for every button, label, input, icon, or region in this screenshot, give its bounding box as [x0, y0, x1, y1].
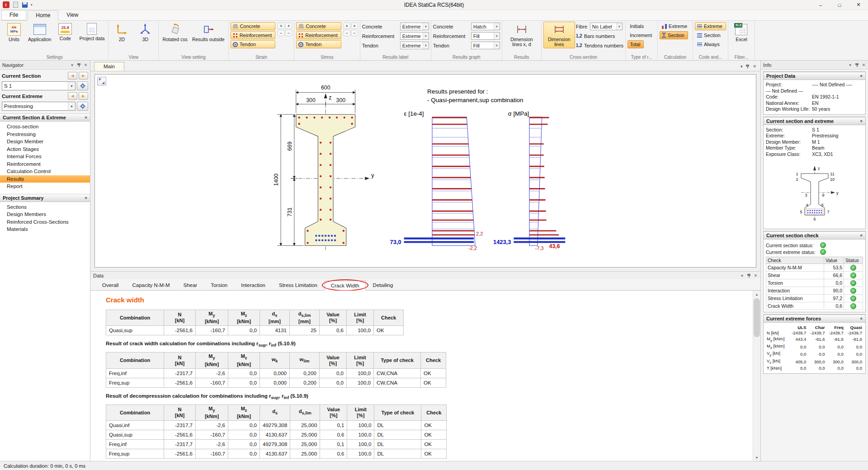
reinforcement-graph-select[interactable]: Fill▾: [471, 32, 500, 40]
code-button[interactable]: 25.8 Code: [54, 22, 76, 42]
close-icon[interactable]: ✕: [753, 64, 756, 69]
scroll-up-button[interactable]: ▲: [753, 291, 760, 298]
strain-concrete-button[interactable]: Concrete: [231, 22, 276, 30]
code-section-button[interactable]: Section: [695, 31, 724, 39]
app-logo-icon[interactable]: I: [2, 1, 9, 9]
previous-extreme-button[interactable]: ◀: [68, 92, 77, 100]
stress-minus-alt-icon[interactable]: −: [351, 30, 358, 36]
tab-main[interactable]: Main: [94, 62, 124, 71]
strain-plus-icon[interactable]: +: [278, 23, 284, 29]
maximize-button[interactable]: □: [830, 0, 849, 9]
total-button[interactable]: Total: [627, 40, 644, 48]
tab-torsion[interactable]: Torsion: [204, 280, 234, 290]
tab-capacity-n-m-m[interactable]: Capacity N-M-M: [126, 280, 176, 290]
sidebar-item-sections[interactable]: Sections: [0, 203, 90, 211]
tab-crack-width[interactable]: Crack Width: [325, 281, 366, 291]
tab-file[interactable]: File: [1, 10, 26, 20]
minimize-button[interactable]: –: [811, 0, 830, 9]
stress-tendon-button[interactable]: Tendon: [296, 40, 341, 48]
project-summary-group-header[interactable]: Project Summary «: [0, 194, 90, 202]
sidebar-item-prestressing[interactable]: Prestressing: [0, 131, 90, 138]
application-button[interactable]: Application: [26, 22, 53, 43]
strain-reinforcement-button[interactable]: Reinforcement: [231, 31, 276, 39]
sidebar-item-internal-forces[interactable]: Internal Forces: [0, 153, 90, 160]
vertical-scrollbar[interactable]: ▲ ▼: [753, 291, 760, 461]
fit-to-view-button[interactable]: ◤ ◢: [97, 77, 106, 85]
tendon-label-select[interactable]: Extreme▾: [400, 42, 429, 49]
units-button[interactable]: kN MPa Units: [3, 22, 25, 43]
rotated-css-button[interactable]: Rotated css: [160, 22, 189, 43]
chevron-down-icon[interactable]: ▾: [70, 63, 74, 67]
concrete-graph-select[interactable]: Hatch▾: [471, 23, 500, 30]
tab-overall[interactable]: Overall: [96, 280, 125, 290]
close-button[interactable]: ✕: [849, 0, 868, 9]
section-settings-button[interactable]: [77, 81, 88, 90]
close-icon[interactable]: ✕: [84, 63, 88, 67]
tab-stress-limitation[interactable]: Stress Limitation: [273, 280, 324, 290]
quick-access-dropdown-icon[interactable]: ▾: [31, 3, 33, 7]
sidebar-item-results[interactable]: Results: [0, 175, 90, 183]
save-icon[interactable]: [21, 1, 28, 9]
sidebar-item-reinforcement[interactable]: Reinforcement: [0, 160, 90, 168]
section-extreme-group-header[interactable]: Current Section & Extreme «: [0, 113, 90, 122]
project-data-button[interactable]: Project data: [77, 22, 106, 42]
code-extreme-button[interactable]: Extreme: [695, 22, 726, 30]
close-icon[interactable]: ✕: [754, 273, 758, 278]
pin-icon[interactable]: [77, 63, 81, 67]
scrollbar-thumb[interactable]: [754, 298, 760, 337]
strain-plus-alt-icon[interactable]: +: [285, 23, 292, 29]
sidebar-item-design-member[interactable]: Design Member: [0, 138, 90, 146]
new-document-icon[interactable]: [12, 1, 19, 9]
initials-button[interactable]: Initials: [627, 22, 647, 30]
calculation-section-button[interactable]: Section: [660, 31, 688, 39]
sidebar-item-design-members[interactable]: Design Members: [0, 211, 90, 218]
tab-shear[interactable]: Shear: [177, 280, 204, 290]
next-extreme-button[interactable]: ▶: [79, 92, 88, 100]
close-icon[interactable]: ✕: [862, 63, 866, 67]
current-section-extreme-header[interactable]: Current section and extreme «: [764, 117, 865, 125]
calculation-extreme-button[interactable]: Extreme: [660, 22, 691, 30]
tendons-numbers-toggle[interactable]: 1,2 Tendons numbers: [576, 41, 623, 50]
tab-view[interactable]: View: [58, 10, 86, 20]
reinforcement-label-select[interactable]: Extreme▾: [400, 32, 429, 40]
drawing-canvas[interactable]: ◤ ◢ Results presented for : - Quasi-perm…: [94, 74, 756, 268]
stress-concrete-button[interactable]: Concrete: [296, 22, 341, 30]
sidebar-item-action-stages[interactable]: Action Stages: [0, 146, 90, 153]
results-outside-button[interactable]: Results outside: [190, 22, 226, 43]
results-dimension-lines-button[interactable]: Dimension lines x, d: [504, 22, 539, 48]
tab-home[interactable]: Home: [28, 10, 58, 21]
stress-plus-alt-icon[interactable]: +: [351, 23, 358, 29]
excel-export-button[interactable]: XLS Excel: [730, 22, 753, 43]
view-3d-button[interactable]: 3D: [134, 22, 156, 43]
scroll-down-button[interactable]: ▼: [753, 454, 760, 461]
concrete-label-select[interactable]: Extreme▾: [400, 23, 429, 30]
sidebar-item-report[interactable]: Report: [0, 183, 90, 190]
chevron-down-icon[interactable]: ▾: [741, 64, 743, 69]
current-section-select[interactable]: S 1 ▾: [2, 81, 75, 90]
stress-plus-icon[interactable]: +: [344, 23, 350, 29]
tab-interaction[interactable]: Interaction: [235, 280, 272, 290]
extreme-settings-button[interactable]: [77, 102, 88, 111]
current-extreme-forces-header[interactable]: Current extreme forces «: [764, 315, 865, 323]
sidebar-item-cross-section[interactable]: Cross-section: [0, 123, 90, 131]
strain-minus-alt-icon[interactable]: −: [285, 30, 292, 36]
bars-numbers-toggle[interactable]: 1,2 Bars numbers: [576, 32, 623, 40]
project-data-header[interactable]: Project Data «: [764, 72, 865, 80]
cross-section-dimension-lines-button[interactable]: Dimension lines: [543, 22, 575, 48]
next-section-button[interactable]: ▶: [79, 72, 88, 80]
pin-icon[interactable]: [747, 273, 751, 278]
strain-tendon-button[interactable]: Tendon: [231, 40, 276, 48]
previous-section-button[interactable]: ◀: [68, 72, 77, 80]
sidebar-item-reinforced-cross-sections[interactable]: Reinforced Cross-Sections: [0, 218, 90, 226]
stress-minus-icon[interactable]: −: [344, 30, 350, 36]
sidebar-item-calculation-control[interactable]: Calculation Control: [0, 168, 90, 175]
fibre-select[interactable]: No Label▾: [590, 23, 623, 30]
current-section-check-header[interactable]: Current section check «: [764, 231, 865, 240]
increment-button[interactable]: Increment: [627, 31, 656, 39]
chevron-down-icon[interactable]: ▾: [740, 273, 744, 278]
pin-icon[interactable]: [855, 63, 859, 67]
chevron-down-icon[interactable]: ▾: [848, 63, 852, 67]
stress-reinforcement-button[interactable]: Reinforcement: [296, 31, 341, 39]
view-2d-button[interactable]: 2D: [110, 22, 133, 43]
pin-icon[interactable]: [745, 64, 750, 69]
